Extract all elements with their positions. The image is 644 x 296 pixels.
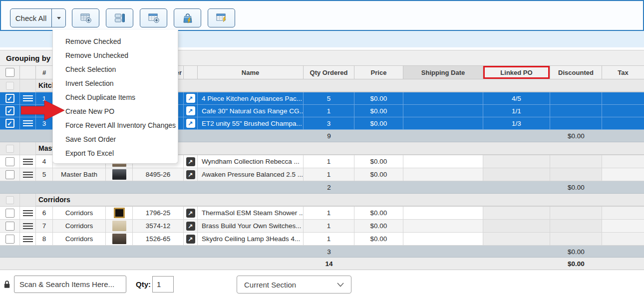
row-checkbox[interactable]	[5, 235, 14, 244]
drag-handle-icon[interactable]	[23, 223, 33, 229]
row-checkbox[interactable]	[5, 170, 14, 179]
group-label: Corridors	[36, 194, 644, 206]
row-qty: 1	[304, 155, 354, 168]
row-section: Corridors	[53, 220, 106, 233]
row-checkbox[interactable]: ✓	[5, 106, 14, 115]
expand-icon[interactable]: ↗	[186, 119, 195, 128]
header-linked-po[interactable]: Linked PO	[483, 66, 550, 79]
row-checkbox[interactable]	[5, 209, 14, 218]
group-spacer-cell	[20, 142, 36, 155]
expand-icon[interactable]: ↗	[186, 106, 195, 115]
search-input[interactable]	[14, 276, 126, 293]
row-tax	[602, 92, 644, 105]
check-all-dropdown-toggle[interactable]	[51, 9, 65, 27]
row-shipping-date	[403, 105, 483, 117]
group-checkbox-cell	[0, 142, 20, 155]
row-checkbox[interactable]: ✓	[5, 94, 14, 103]
expand-icon[interactable]: ↗	[186, 170, 195, 179]
caret-down-icon	[57, 17, 61, 19]
row-name: Skydro Ceiling Lamp 3Heads 4...	[198, 233, 304, 246]
group-spacer-cell	[20, 79, 36, 92]
header-tax[interactable]: Tax	[602, 66, 644, 79]
drag-handle-icon[interactable]	[23, 210, 33, 216]
row-tax	[602, 105, 644, 117]
section-selector-dropdown[interactable]: Current Section	[237, 276, 351, 294]
menu-item-invert-selection[interactable]: Invert Selection	[53, 76, 178, 90]
row-name: 4 Piece Kitchen Appliances Pac...	[198, 92, 304, 105]
row-linked-po: 1/3	[483, 117, 550, 130]
row-name: ET2 unity 55" Brushed Champa...	[198, 117, 304, 130]
expand-icon[interactable]: ↗	[186, 209, 195, 218]
row-checkbox[interactable]: ✓	[5, 119, 14, 128]
header-price[interactable]: Price	[354, 66, 403, 79]
menu-item-save-sort-order[interactable]: Save Sort Order	[53, 132, 178, 146]
table-add-button[interactable]	[140, 8, 167, 27]
subtotal-discounted: $0.00	[550, 184, 602, 191]
menu-item-check-duplicate-items[interactable]: Check Duplicate Items	[53, 90, 178, 104]
row-number: 3574-12	[133, 220, 184, 233]
group-checkbox[interactable]	[6, 145, 14, 153]
row-discounted	[550, 155, 602, 168]
row-thumbnail-cell	[106, 168, 133, 181]
table-lightning-button[interactable]	[208, 8, 235, 27]
drag-handle-icon[interactable]	[23, 159, 33, 165]
row-name: Cafe 30" Natural Gas Range CG...	[198, 105, 304, 117]
row-checkbox-cell	[0, 207, 20, 220]
group-checkbox[interactable]	[6, 196, 14, 204]
row-num: 4	[36, 155, 53, 168]
header-qty-ordered[interactable]: Qty Ordered	[304, 66, 354, 79]
table-add-icon	[147, 12, 160, 24]
menu-item-export-to-excel[interactable]: Export To Excel	[53, 146, 178, 160]
drag-handle-cell	[20, 220, 36, 233]
expand-icon[interactable]: ↗	[186, 94, 195, 103]
table-row[interactable]: 8 Corridors 1526-65 ↗ Skydro Ceiling Lam…	[0, 233, 644, 246]
select-all-checkbox[interactable]	[5, 68, 14, 77]
drag-handle-icon[interactable]	[23, 236, 33, 242]
grouping-label: Grouping by	[6, 54, 50, 62]
group-subtotal-row: 2 $0.00	[0, 181, 644, 194]
header-drag-cell	[20, 66, 36, 79]
row-number: 1526-65	[133, 233, 184, 246]
row-checkbox[interactable]	[5, 222, 14, 231]
group-checkbox[interactable]	[6, 82, 14, 90]
menu-item-force-revert-inventory[interactable]: Force Revert All Inventory Changes	[53, 118, 178, 132]
header-shipping-date[interactable]: Shipping Date	[403, 66, 483, 79]
red-arrow-annotation	[21, 99, 65, 122]
row-number: 8495-26	[133, 168, 184, 181]
expand-icon[interactable]: ↗	[186, 157, 195, 166]
header-name[interactable]: Name	[198, 66, 304, 79]
split-layout-icon	[113, 12, 126, 24]
drag-handle-icon[interactable]	[23, 172, 33, 178]
purchase-bag-button[interactable]	[174, 8, 201, 27]
table-row[interactable]: 6 Corridors 1796-25 ↗ ThermaSol ESM Stea…	[0, 207, 644, 220]
split-layout-button[interactable]	[106, 8, 133, 27]
group-row-corridors: Corridors	[0, 194, 644, 207]
qty-label: Qty:	[136, 280, 151, 289]
row-expand-cell: ↗	[184, 117, 198, 130]
expand-icon[interactable]: ↗	[186, 235, 195, 244]
row-tax	[602, 117, 644, 130]
menu-item-create-new-po[interactable]: Create New PO	[53, 104, 178, 118]
menu-item-remove-checked[interactable]: Remove Checked	[53, 34, 178, 48]
row-qty: 1	[304, 168, 354, 181]
table-row[interactable]: 5 Master Bath 8495-26 ↗ Awaken Pressure …	[0, 168, 644, 181]
table-row[interactable]: 7 Corridors 3574-12 ↗ Brass Build Your O…	[0, 220, 644, 233]
row-expand-cell: ↗	[184, 220, 198, 233]
qty-input[interactable]	[152, 276, 174, 293]
header-num[interactable]: #	[36, 66, 53, 79]
check-all-button[interactable]: Check All	[10, 9, 51, 27]
check-all-split-button[interactable]: Check All	[10, 8, 66, 27]
section-selector-value: Current Section	[244, 281, 296, 289]
header-discounted[interactable]: Discounted	[550, 66, 602, 79]
row-shipping-date	[403, 220, 483, 233]
row-checkbox-cell	[0, 233, 20, 246]
add-table-button[interactable]	[72, 8, 99, 27]
row-expand-cell: ↗	[184, 155, 198, 168]
subtotal-qty: 9	[304, 132, 354, 140]
expand-icon[interactable]: ↗	[186, 222, 195, 231]
menu-item-check-selection[interactable]: Check Selection	[53, 62, 178, 76]
menu-item-remove-unchecked[interactable]: Remove Unchecked	[53, 48, 178, 62]
toolbar: Check All	[0, 0, 644, 31]
row-checkbox[interactable]	[5, 157, 14, 166]
checkmark-icon: ✓	[7, 95, 12, 102]
